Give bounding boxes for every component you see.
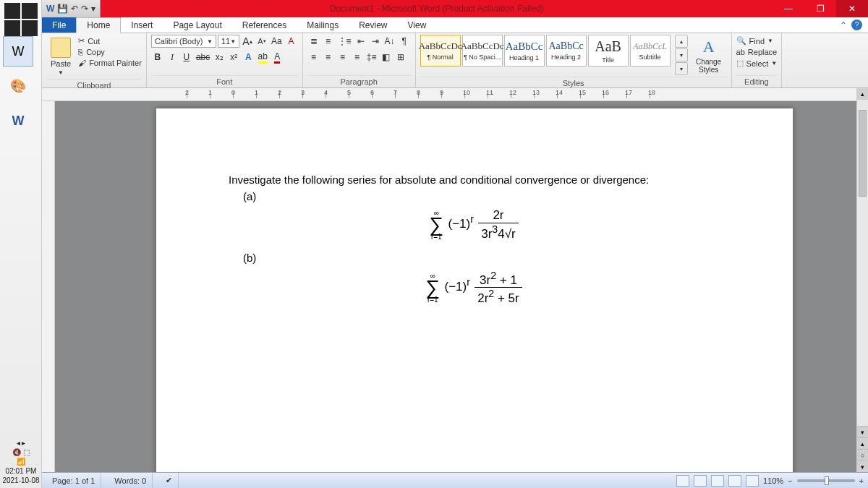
- zoom-in-button[interactable]: +: [859, 476, 864, 485]
- taskbar-word-icon[interactable]: W: [3, 36, 33, 67]
- font-color-button[interactable]: A: [271, 51, 284, 64]
- tab-file[interactable]: File: [42, 17, 76, 33]
- bullets-button[interactable]: ≣: [307, 35, 320, 48]
- change-styles-button[interactable]: A Change Styles: [691, 35, 727, 77]
- minimize-button[interactable]: —: [773, 0, 804, 17]
- align-left-button[interactable]: ≡: [307, 51, 320, 64]
- highlight-button[interactable]: ab: [256, 51, 269, 64]
- superscript-button[interactable]: x²: [227, 51, 240, 64]
- status-proof-icon[interactable]: ✔: [160, 473, 179, 489]
- style-heading-1[interactable]: AaBbCcHeading 1: [504, 35, 545, 67]
- style-heading-2[interactable]: AaBbCcHeading 2: [546, 35, 587, 67]
- tab-references[interactable]: References: [232, 17, 297, 33]
- tab-mailings[interactable]: Mailings: [297, 17, 349, 33]
- taskbar-time[interactable]: 02:01 PM: [0, 466, 42, 476]
- qat-customize-icon[interactable]: ▾: [91, 4, 95, 14]
- justify-button[interactable]: ≡: [351, 51, 364, 64]
- bold-button[interactable]: B: [151, 51, 164, 64]
- decrease-indent-button[interactable]: ⇤: [354, 35, 367, 48]
- style-title[interactable]: AaBTitle: [588, 35, 629, 67]
- view-draft-button[interactable]: [746, 475, 759, 487]
- strike-button[interactable]: abc: [195, 51, 211, 64]
- tab-home[interactable]: Home: [76, 17, 121, 33]
- tray-icons[interactable]: ◂ ▸: [0, 438, 42, 448]
- browse-object-button[interactable]: ○: [857, 449, 868, 461]
- tray-sound-icon[interactable]: 🔇 ⬚: [0, 448, 42, 457]
- find-button[interactable]: 🔍Find▼: [736, 36, 778, 46]
- scroll-up-button[interactable]: ▴: [857, 88, 868, 100]
- multilevel-button[interactable]: ⋮≡: [336, 35, 353, 48]
- style---normal[interactable]: AaBbCcDc¶ Normal: [420, 35, 461, 67]
- format-painter-button[interactable]: 🖌Format Painter: [78, 59, 142, 67]
- ribbon-help[interactable]: ⌃?: [834, 17, 868, 33]
- numbering-button[interactable]: ≡: [322, 35, 335, 48]
- tab-insert[interactable]: Insert: [121, 17, 163, 33]
- style---no-spaci---[interactable]: AaBbCcDc¶ No Spaci...: [462, 35, 503, 67]
- qat-redo-icon[interactable]: ↷: [81, 4, 88, 14]
- qat-undo-icon[interactable]: ↶: [71, 4, 78, 14]
- status-page[interactable]: Page: 1 of 1: [46, 473, 101, 489]
- subscript-button[interactable]: x₂: [213, 51, 226, 64]
- tab-view[interactable]: View: [398, 17, 437, 33]
- close-button[interactable]: ✕: [836, 0, 868, 17]
- scroll-down-button[interactable]: ▾: [857, 426, 868, 437]
- italic-button[interactable]: I: [166, 51, 179, 64]
- taskbar-word2-icon[interactable]: W: [3, 106, 33, 136]
- status-words[interactable]: Words: 0: [109, 473, 153, 489]
- align-right-button[interactable]: ≡: [336, 51, 349, 64]
- select-button[interactable]: ⬚Select▼: [736, 59, 778, 68]
- styles-more-icon[interactable]: ▾: [675, 62, 688, 75]
- qat-save-icon[interactable]: 💾: [57, 4, 68, 14]
- font-size-combo[interactable]: 11▼: [218, 35, 239, 48]
- sort-button[interactable]: A↓: [383, 35, 396, 48]
- page[interactable]: Investigate the following series for abs…: [156, 108, 793, 472]
- shrink-font-button[interactable]: A▾: [255, 35, 268, 48]
- help-icon[interactable]: ?: [851, 20, 862, 30]
- view-web-button[interactable]: [711, 475, 724, 487]
- paste-dropdown-icon[interactable]: ▼: [58, 69, 64, 76]
- line-spacing-button[interactable]: ‡≡: [365, 51, 378, 64]
- next-page-button[interactable]: ▾: [857, 461, 868, 472]
- view-print-layout-button[interactable]: [676, 475, 689, 487]
- grow-font-button[interactable]: A▴: [241, 35, 254, 48]
- tray-network-icon[interactable]: 📶: [0, 457, 42, 466]
- taskbar-date[interactable]: 2021-10-08: [0, 476, 42, 485]
- borders-button[interactable]: ⊞: [394, 51, 407, 64]
- start-button[interactable]: [4, 3, 38, 36]
- vertical-scrollbar[interactable]: ▴ ▾ ▴ ○ ▾: [856, 88, 868, 472]
- group-font-label: Font: [151, 75, 298, 87]
- style-subtitle[interactable]: AaBbCcLSubtitle: [630, 35, 671, 67]
- shading-button[interactable]: ◧: [380, 51, 393, 64]
- tab-review[interactable]: Review: [349, 17, 397, 33]
- view-outline-button[interactable]: [728, 475, 741, 487]
- tab-pagelayout[interactable]: Page Layout: [163, 17, 231, 33]
- minimize-ribbon-icon[interactable]: ⌃: [840, 20, 847, 30]
- part-a-label: (a): [243, 190, 720, 202]
- show-marks-button[interactable]: ¶: [398, 35, 411, 48]
- text-effects-button[interactable]: A: [242, 51, 255, 64]
- underline-button[interactable]: U: [180, 51, 193, 64]
- copy-button[interactable]: ⎘Copy: [78, 48, 142, 56]
- scroll-thumb[interactable]: [859, 110, 867, 197]
- align-center-button[interactable]: ≡: [322, 51, 335, 64]
- replace-button[interactable]: abReplace: [736, 48, 778, 56]
- taskbar-app-icon[interactable]: 🎨: [3, 71, 33, 101]
- font-name-combo[interactable]: Calibri (Body)▼: [151, 35, 216, 48]
- horizontal-ruler[interactable]: 210123456789101112131415161718: [42, 88, 856, 101]
- status-zoom[interactable]: 110%: [763, 476, 783, 485]
- clear-format-button[interactable]: A: [285, 35, 298, 48]
- cut-button[interactable]: ✂Cut: [78, 36, 142, 46]
- view-fullscreen-button[interactable]: [694, 475, 707, 487]
- group-styles-label: Styles: [420, 77, 727, 89]
- maximize-button[interactable]: ❐: [804, 0, 836, 17]
- paste-button[interactable]: Paste ▼: [46, 35, 75, 79]
- styles-gallery[interactable]: AaBbCcDc¶ NormalAaBbCcDc¶ No Spaci...AaB…: [420, 35, 671, 67]
- styles-scroll-down-icon[interactable]: ▾: [675, 48, 688, 61]
- prev-page-button[interactable]: ▴: [857, 437, 868, 449]
- styles-scroll-up-icon[interactable]: ▴: [675, 35, 688, 48]
- increase-indent-button[interactable]: ⇥: [369, 35, 382, 48]
- zoom-slider[interactable]: [797, 479, 855, 482]
- change-case-button[interactable]: Aa: [270, 35, 284, 48]
- vertical-ruler[interactable]: [42, 101, 55, 472]
- zoom-out-button[interactable]: −: [788, 476, 792, 485]
